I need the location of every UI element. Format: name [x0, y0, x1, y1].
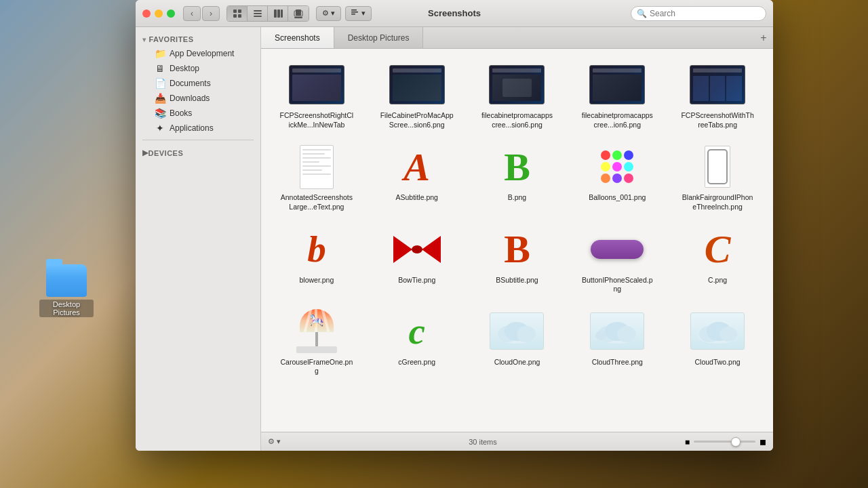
file-item[interactable]: BlankFairgroundIPhoneThreeInch.png: [669, 138, 766, 217]
file-item[interactable]: B B.png: [469, 138, 566, 217]
cover-view-button[interactable]: [288, 6, 309, 21]
back-button[interactable]: ‹: [183, 6, 201, 21]
tab-desktop-pictures[interactable]: Desktop Pictures: [334, 27, 424, 48]
file-item[interactable]: FCPScreenshotRightClickMe...InNewTab: [268, 56, 366, 135]
zoom-slider[interactable]: ◼ ◼: [685, 437, 766, 447]
column-view-button[interactable]: [268, 6, 288, 21]
zoom-thumb[interactable]: [731, 437, 741, 447]
file-thumbnail: [687, 308, 748, 355]
svg-rect-12: [294, 17, 302, 18]
file-thumbnail: [687, 143, 748, 190]
sidebar-item-applications[interactable]: ✦ Applications: [138, 121, 258, 136]
file-thumbnail: [387, 226, 448, 273]
svg-rect-3: [238, 14, 241, 18]
zoom-min-icon: ◼: [685, 439, 690, 445]
devices-chevron: ▶: [142, 148, 149, 157]
sort-button[interactable]: ▾: [345, 6, 372, 21]
svg-rect-10: [296, 9, 301, 16]
icon-view-button[interactable]: [227, 6, 248, 21]
file-item[interactable]: B BSubtitle.png: [469, 220, 566, 300]
search-bar[interactable]: 🔍: [631, 6, 766, 21]
file-thumbnail: c: [387, 308, 448, 355]
forward-button[interactable]: ›: [202, 6, 220, 21]
list-view-button[interactable]: [248, 6, 268, 21]
file-item[interactable]: CloudTwo.png: [669, 302, 766, 382]
svg-marker-17: [422, 236, 441, 263]
file-thumbnail: C: [687, 226, 748, 273]
close-button[interactable]: [142, 9, 151, 18]
tab-bar: Screenshots Desktop Pictures +: [261, 27, 773, 49]
file-item[interactable]: FCPScreenshotWithThreeTabs.png: [669, 56, 766, 135]
file-item[interactable]: FileCabinetProMacAppScree...sion6.png: [368, 56, 466, 135]
bowtie-icon: [393, 235, 441, 264]
applications-icon: ✦: [155, 123, 165, 134]
action-buttons: ⚙ ▾ ▾: [316, 6, 372, 21]
file-thumbnail: [486, 308, 547, 355]
file-item[interactable]: filecabinetpromacappscree...sion6.png: [469, 56, 566, 135]
svg-rect-14: [351, 12, 358, 13]
file-thumbnail: B: [486, 143, 547, 190]
sort-icon: [351, 9, 359, 18]
file-item[interactable]: CloudThree.png: [568, 302, 666, 382]
file-name: CloudTwo.png: [695, 358, 741, 367]
devices-header[interactable]: ▶ Devices: [136, 146, 260, 160]
file-item[interactable]: BowTie.png: [368, 220, 466, 300]
svg-rect-15: [351, 14, 355, 15]
sidebar-item-desktop[interactable]: 🖥 Desktop: [138, 61, 258, 76]
file-name: ButtonIPhoneScaled.png: [580, 276, 654, 294]
file-grid: FCPScreenshotRightClickMe...InNewTab Fil…: [268, 56, 766, 382]
file-item[interactable]: filecabinetpromacappscree...ion6.png: [568, 56, 666, 135]
file-item[interactable]: AnnotatedScreenshotsLarge...eText.png: [268, 138, 366, 217]
downloads-icon: 📥: [155, 93, 165, 104]
file-name: BSubtitle.png: [496, 276, 538, 285]
file-name: filecabinetpromacappscree...sion6.png: [479, 111, 554, 129]
sidebar-divider: [142, 140, 254, 140]
sidebar-item-books[interactable]: 📚 Books: [138, 106, 258, 121]
svg-rect-13: [351, 9, 357, 11]
action-button[interactable]: ⚙ ▾: [316, 6, 341, 21]
sidebar: ▾ Favorites 📁 App Development 🖥 Desktop …: [136, 27, 261, 451]
svg-rect-2: [233, 14, 237, 18]
file-item[interactable]: C C.png: [669, 220, 766, 300]
sidebar-item-documents[interactable]: 📄 Documents: [138, 76, 258, 91]
file-name: blower.png: [300, 276, 334, 285]
file-item[interactable]: CloudOne.png: [469, 302, 566, 382]
desktop-folder-item[interactable]: Desktop Pictures: [39, 264, 94, 317]
maximize-button[interactable]: [167, 9, 175, 18]
add-tab-button[interactable]: +: [754, 27, 773, 48]
sidebar-item-app-development[interactable]: 📁 App Development: [138, 46, 258, 61]
file-item[interactable]: c cGreen.png: [368, 302, 466, 382]
minimize-button[interactable]: [155, 9, 163, 18]
svg-rect-0: [233, 9, 237, 13]
file-item[interactable]: ButtonIPhoneScaled.png: [568, 220, 666, 300]
file-name: BowTie.png: [398, 276, 435, 285]
zoom-track[interactable]: [694, 441, 755, 443]
file-thumbnail: A: [387, 143, 448, 190]
status-bar: ⚙ ▾ 30 items ◼ ◼: [261, 432, 773, 451]
svg-rect-4: [254, 10, 262, 12]
file-grid-container: FCPScreenshotRightClickMe...InNewTab Fil…: [261, 49, 773, 432]
nav-buttons: ‹ ›: [183, 6, 220, 21]
sidebar-item-label: Books: [170, 108, 192, 118]
svg-rect-6: [254, 16, 262, 17]
window-controls: [142, 9, 175, 18]
tab-screenshots[interactable]: Screenshots: [261, 27, 334, 48]
view-buttons: [226, 5, 309, 22]
right-panel: Screenshots Desktop Pictures +: [261, 27, 773, 451]
cloud-icon: [694, 318, 741, 345]
settings-button[interactable]: ⚙ ▾: [268, 437, 281, 446]
sidebar-item-downloads[interactable]: 📥 Downloads: [138, 91, 258, 106]
favorites-header[interactable]: ▾ Favorites: [136, 33, 260, 46]
file-thumbnail: [486, 61, 547, 108]
file-item[interactable]: A ASubtitle.png: [368, 138, 466, 217]
file-item[interactable]: b blower.png: [268, 220, 366, 300]
file-item[interactable]: 🎠 CarouselFrameOne.png: [268, 302, 366, 382]
file-thumbnail: [587, 226, 648, 273]
sidebar-item-label: Downloads: [170, 94, 210, 103]
sidebar-item-label: App Development: [170, 49, 234, 58]
search-input[interactable]: [650, 9, 760, 18]
file-thumbnail: [587, 61, 648, 108]
file-name: FCPScreenshotRightClickMe...InNewTab: [279, 111, 354, 129]
file-thumbnail: [687, 61, 748, 108]
file-item[interactable]: Balloons_001.png: [568, 138, 666, 217]
